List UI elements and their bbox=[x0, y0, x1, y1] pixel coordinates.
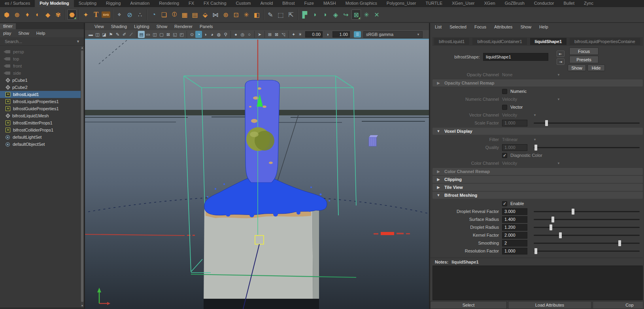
viewport-tool-icon[interactable]: ◰ bbox=[178, 31, 185, 38]
slider-track[interactable] bbox=[534, 251, 640, 252]
list-item[interactable]: ≋bifrostLiquid1 bbox=[0, 91, 81, 98]
slider-handle[interactable] bbox=[534, 145, 537, 151]
viewport-tool-icon[interactable]: ▢ bbox=[158, 31, 165, 38]
shelf-tool-icon[interactable]: ⌖ bbox=[115, 9, 124, 20]
shelf-tool-icon[interactable]: ◗ bbox=[310, 9, 320, 20]
input-connection-icon[interactable]: ⇤ bbox=[557, 51, 565, 57]
shelf-tool-icon[interactable]: ◔ bbox=[149, 9, 159, 20]
tab-bifrostLiquid1[interactable]: bifrostLiquid1 bbox=[434, 38, 469, 45]
tab-bifrostLiquidContainer1[interactable]: bifrostLiquidContainer1 bbox=[472, 38, 527, 45]
chevron-right-icon[interactable]: ▶ bbox=[432, 81, 444, 85]
checkbox[interactable] bbox=[502, 89, 507, 94]
tab-bifrostLiquidPropertiesContaine[interactable]: bifrostLiquidPropertiesContaine bbox=[570, 38, 640, 45]
viewport-tool-icon[interactable]: ⊠ bbox=[165, 31, 172, 38]
shelf-tool-icon[interactable]: ⋈ bbox=[211, 9, 220, 20]
outliner-tab[interactable]: tliner bbox=[0, 23, 16, 29]
viewport-tool-icon[interactable]: ▬ bbox=[87, 31, 94, 38]
shelf-tab[interactable]: es / Surfaces bbox=[0, 0, 35, 7]
slider-handle[interactable] bbox=[618, 240, 621, 246]
viewport-tool-icon[interactable]: ⚲ bbox=[222, 31, 229, 38]
list-item[interactable]: pCube2 bbox=[0, 84, 81, 91]
outliner-menu-show[interactable]: Show bbox=[18, 31, 29, 36]
viewport-tool-icon[interactable]: ▭ bbox=[145, 31, 151, 38]
viewport-tool-icon[interactable]: ◫ bbox=[151, 31, 158, 38]
show-button[interactable]: Show bbox=[568, 64, 586, 71]
list-item[interactable]: persp bbox=[0, 48, 81, 55]
shelf-tab[interactable]: Custom bbox=[231, 0, 256, 7]
slider-track[interactable] bbox=[534, 243, 640, 244]
shelf-tool-icon[interactable]: ⊛ bbox=[221, 9, 230, 20]
slider-track[interactable] bbox=[534, 147, 640, 148]
shelf-tool-icon[interactable]: ⬙ bbox=[200, 9, 210, 20]
viewport-menu-view[interactable]: View bbox=[94, 24, 104, 29]
shelf-tab[interactable]: Arnold bbox=[255, 0, 278, 7]
shelf-tab[interactable]: Animation bbox=[125, 0, 154, 7]
viewport-tool-icon[interactable]: ◑ bbox=[202, 31, 209, 38]
colorspace-dropdown[interactable]: sRGB gamma▼ bbox=[363, 31, 423, 38]
value-field[interactable]: 1.000 bbox=[502, 248, 527, 254]
shelf-tool-icon[interactable]: ▦ bbox=[180, 9, 189, 20]
value-field[interactable]: 1.200 bbox=[502, 224, 527, 231]
outliner-menu-play[interactable]: play bbox=[3, 31, 11, 36]
viewport-tool-icon[interactable]: ✐ bbox=[121, 31, 128, 38]
shelf-tool-icon[interactable]: ⬣ bbox=[67, 9, 77, 20]
chevron-right-icon[interactable]: ▶ bbox=[432, 177, 444, 181]
scrollbar-thumb[interactable] bbox=[81, 51, 83, 302]
chevron-down-icon[interactable]: ▼ bbox=[533, 113, 536, 117]
outliner-menu-help[interactable]: Help bbox=[36, 31, 45, 36]
footer-button-cop[interactable]: Cop bbox=[593, 301, 643, 309]
output-connection-icon[interactable]: ⇥ bbox=[557, 58, 565, 65]
list-item[interactable]: front bbox=[0, 62, 81, 70]
shelf-tool-icon[interactable]: ⦶ bbox=[170, 9, 179, 20]
viewport-tool-icon[interactable]: ◫ bbox=[94, 31, 101, 38]
scroll-up-icon[interactable]: ▲ bbox=[81, 46, 84, 49]
shelf-tab[interactable]: XGen_User bbox=[447, 0, 479, 7]
section-clipping[interactable]: ▶Clipping bbox=[432, 176, 643, 183]
shelf-tool-icon[interactable]: ▛ bbox=[300, 9, 310, 20]
ae-menu-selected[interactable]: Selected bbox=[449, 24, 466, 29]
viewport-tool-icon[interactable]: ⟋ bbox=[128, 31, 134, 38]
focus-button[interactable]: Focus bbox=[569, 47, 599, 55]
viewport-menu-panels[interactable]: Panels bbox=[200, 24, 213, 29]
shelf-tool-icon[interactable]: ✕ bbox=[372, 9, 381, 20]
shelf-tool-icon[interactable]: ⊕ bbox=[12, 9, 22, 20]
slider-track[interactable] bbox=[534, 235, 640, 236]
shelf-tool-icon[interactable]: ◐ bbox=[33, 9, 42, 20]
viewport-tool-icon[interactable]: ▤ bbox=[138, 31, 145, 38]
viewport-tool-icon[interactable]: ● bbox=[232, 31, 239, 38]
shelf-tab[interactable]: Fuze bbox=[299, 0, 318, 7]
shelf-tool-icon[interactable]: T bbox=[91, 9, 101, 20]
section-opacity-channel-remap[interactable]: ▶Opacity Channel Remap bbox=[432, 79, 643, 87]
list-item[interactable]: side bbox=[0, 70, 81, 77]
shelf-tool-icon[interactable]: ✳ bbox=[362, 9, 371, 20]
slider-track[interactable] bbox=[534, 211, 640, 212]
slider-handle[interactable] bbox=[559, 232, 562, 238]
shelf-tab[interactable]: Conductor bbox=[529, 0, 559, 7]
checkbox[interactable] bbox=[502, 105, 507, 110]
shelf-tab[interactable]: Zync bbox=[579, 0, 598, 7]
chevron-down-icon[interactable]: ▼ bbox=[557, 98, 560, 101]
list-item[interactable]: ≋bifrostLiquidProperties1 bbox=[0, 98, 81, 105]
footer-button-load-attributes[interactable]: Load Attributes bbox=[508, 301, 591, 309]
shape-field-input[interactable]: liquidShape1 bbox=[483, 53, 548, 61]
checkbox[interactable]: ✓ bbox=[502, 201, 507, 206]
tab-liquidShape1[interactable]: liquidShape1 bbox=[530, 38, 567, 45]
shelf-tool-icon[interactable]: ⊘ bbox=[125, 9, 134, 20]
viewport-tool-icon[interactable]: ⊞ bbox=[266, 31, 273, 38]
shelf-tool-icon[interactable]: ⊠ bbox=[351, 9, 361, 20]
shelf-tool-icon[interactable]: ✳ bbox=[242, 9, 251, 20]
viewport-tool-icon[interactable]: ◪ bbox=[101, 31, 108, 38]
shelf-tab[interactable]: Polygons_User bbox=[382, 0, 421, 7]
section-bifrost-meshing[interactable]: ▼Bifrost Meshing bbox=[432, 192, 643, 199]
value-field[interactable]: 1.000 bbox=[502, 144, 527, 151]
slider-handle[interactable] bbox=[550, 224, 552, 230]
list-item[interactable]: pCube1 bbox=[0, 77, 81, 84]
shelf-tab[interactable]: FX bbox=[184, 0, 199, 7]
viewport-menu-lighting[interactable]: Lighting bbox=[134, 24, 149, 29]
viewport-tool-icon[interactable]: ○ bbox=[246, 31, 253, 38]
shelf-tab[interactable]: MASH bbox=[319, 0, 341, 7]
slider-handle[interactable] bbox=[551, 217, 554, 222]
shelf-tool-icon[interactable]: ⊡ bbox=[231, 9, 241, 20]
value-field[interactable]: 2.000 bbox=[502, 232, 527, 239]
viewport-canvas[interactable] bbox=[85, 40, 429, 309]
